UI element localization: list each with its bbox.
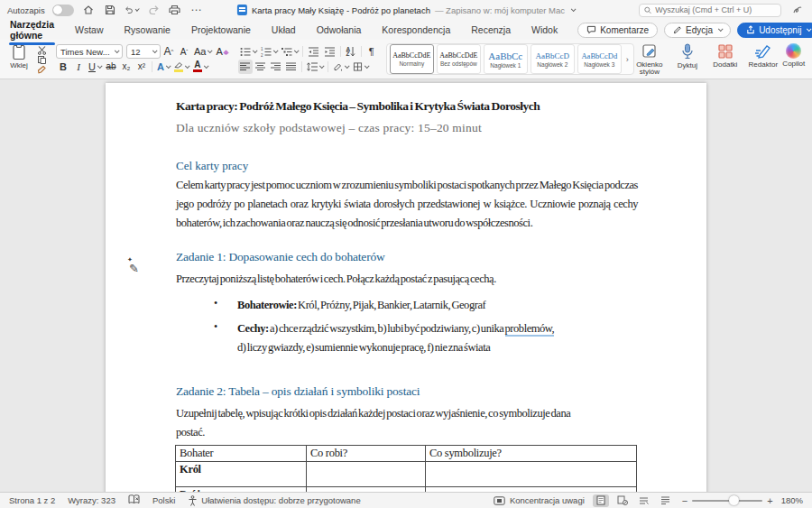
- font-size-select[interactable]: 12: [126, 44, 161, 59]
- superscript-button[interactable]: x²: [134, 60, 149, 74]
- align-left-button[interactable]: [238, 60, 253, 74]
- copilot-button[interactable]: Copilot: [779, 42, 809, 77]
- sort-button[interactable]: AZ: [344, 44, 358, 59]
- paste-button[interactable]: Wklej: [4, 42, 34, 77]
- style-bez-odstepow[interactable]: AaBbCcDdEBez odstępów: [437, 44, 481, 74]
- borders-button[interactable]: [351, 60, 370, 74]
- page-1[interactable]: ✦✎ Karta pracy: Podróż Małego Księcia – …: [106, 83, 706, 492]
- table-header-bohater[interactable]: Bohater: [176, 446, 307, 462]
- print-layout-view-button[interactable]: [593, 494, 609, 507]
- tab-rysowanie[interactable]: Rysowanie: [124, 22, 171, 38]
- bold-button[interactable]: B: [56, 60, 70, 74]
- undo-icon[interactable]: [125, 3, 139, 17]
- table-cell-empty[interactable]: [426, 462, 637, 487]
- font-name-select[interactable]: Times New...: [56, 44, 123, 59]
- bullet-cechy-line2[interactable]: d) liczy gwiazdy, e) sumiennie wykonuje …: [237, 338, 554, 357]
- save-status[interactable]: — Zapisano w: mój komputer Mac: [435, 5, 565, 15]
- table-cell-empty[interactable]: [307, 487, 426, 493]
- tab-narzedzia-glowne[interactable]: Narzędzia główne: [9, 16, 55, 43]
- clear-formatting-icon[interactable]: A: [214, 44, 230, 59]
- scribble-icon[interactable]: [790, 3, 805, 17]
- immersive-reader-view-button[interactable]: [614, 494, 631, 507]
- task1-intro[interactable]: Przeczytaj poniższą listę bohaterów i ce…: [176, 270, 638, 289]
- language-indicator[interactable]: Polski: [152, 495, 175, 505]
- draft-view-button[interactable]: [658, 494, 674, 507]
- more-commands-icon[interactable]: ⋯: [189, 3, 204, 17]
- autosave-toggle[interactable]: [52, 5, 74, 16]
- zoom-level[interactable]: 180%: [781, 495, 803, 505]
- text-effects-button[interactable]: A: [155, 60, 171, 74]
- change-case-icon[interactable]: Aa: [192, 44, 213, 59]
- web-layout-view-button[interactable]: [636, 494, 652, 507]
- bullet-cechy[interactable]: Cechy: a) chce rządzić wszystkim, b) lub…: [237, 319, 554, 357]
- numbering-button[interactable]: 12: [259, 44, 279, 59]
- tab-wstaw[interactable]: Wstaw: [74, 22, 105, 38]
- bullets-button[interactable]: [238, 44, 258, 59]
- print-icon[interactable]: [168, 3, 182, 17]
- accessibility-status[interactable]: Ułatwienia dostępu: dobrze przygotowane: [201, 495, 360, 505]
- styles-pane-button[interactable]: Okienko stylów: [634, 42, 665, 77]
- grow-font-icon[interactable]: A^: [161, 44, 176, 59]
- increase-indent-button[interactable]: [322, 44, 337, 59]
- align-center-button[interactable]: [254, 60, 268, 74]
- section-heading-cel[interactable]: Cel karty pracy: [176, 159, 248, 173]
- editor-button[interactable]: Redaktor: [748, 42, 779, 77]
- strikethrough-button[interactable]: ab: [104, 60, 118, 74]
- copy-icon[interactable]: [34, 55, 49, 65]
- multilevel-list-button[interactable]: [280, 44, 300, 59]
- table-cell-krol[interactable]: Król: [176, 462, 307, 487]
- cut-icon[interactable]: [34, 45, 49, 55]
- tab-widok[interactable]: Widok: [531, 22, 558, 38]
- proofing-icon[interactable]: [128, 494, 140, 506]
- highlight-color-button[interactable]: [172, 60, 190, 74]
- style-normalny[interactable]: AaBbCcDdENormalny: [390, 44, 434, 74]
- tab-odwolania[interactable]: Odwołania: [316, 22, 363, 38]
- focus-mode-button[interactable]: Koncentracja uwagi: [494, 495, 585, 505]
- decrease-indent-button[interactable]: [306, 44, 321, 59]
- table-cell-prozny[interactable]: Próżny: [176, 487, 307, 493]
- comments-button[interactable]: Komentarze: [577, 23, 658, 38]
- tab-korespondencja[interactable]: Korespondencja: [381, 22, 451, 38]
- style-naglowek-1[interactable]: AaBbCcNagłówek 1: [484, 44, 528, 74]
- dictate-button[interactable]: Dyktuj: [672, 42, 703, 77]
- task2-heading[interactable]: Zadanie 2: Tabela – opis działań i symbo…: [176, 384, 420, 399]
- align-right-button[interactable]: [269, 60, 283, 74]
- copilot-margin-pen-icon[interactable]: ✦✎: [129, 262, 139, 276]
- table-header-co-symbolizuje[interactable]: Co symbolizuje?: [426, 446, 637, 462]
- table-cell-empty[interactable]: [307, 462, 426, 487]
- format-painter-icon[interactable]: [34, 65, 49, 75]
- editing-mode-button[interactable]: Edycja: [664, 23, 731, 38]
- line-spacing-button[interactable]: [305, 60, 325, 74]
- save-icon[interactable]: [103, 3, 117, 17]
- italic-button[interactable]: I: [71, 60, 86, 74]
- style-naglowek-2[interactable]: AaBbCcDNagłówek 2: [531, 44, 575, 74]
- zoom-in-icon[interactable]: +: [767, 495, 772, 506]
- page-count[interactable]: Strona 1 z 2: [9, 495, 55, 505]
- justify-button[interactable]: [284, 60, 299, 74]
- zoom-slider[interactable]: − +: [682, 495, 773, 506]
- home-icon[interactable]: [81, 3, 96, 17]
- table-header-co-robi[interactable]: Co robi?: [307, 446, 426, 462]
- underline-button[interactable]: U: [87, 60, 103, 74]
- share-button[interactable]: Udostępnij: [737, 23, 812, 38]
- tab-uklad[interactable]: Układ: [271, 22, 297, 38]
- zoom-slider-knob[interactable]: [729, 495, 739, 505]
- search-input[interactable]: [655, 5, 776, 14]
- font-color-button[interactable]: A: [191, 60, 209, 74]
- save-status-chevron-icon[interactable]: [571, 6, 577, 12]
- word-count[interactable]: Wyrazy: 323: [68, 495, 115, 505]
- shrink-font-icon[interactable]: Aˇ: [177, 44, 191, 59]
- subscript-button[interactable]: x₂: [119, 60, 134, 74]
- shading-button[interactable]: [331, 60, 350, 74]
- style-naglowek-3[interactable]: AaBbCcDdNagłówek 3: [577, 44, 622, 74]
- doc-title[interactable]: Karta pracy: Podróż Małego Księcia – Sym…: [176, 99, 540, 114]
- addins-button[interactable]: Dodatki: [710, 42, 741, 77]
- bullet-bohaterowie[interactable]: Bohaterowie: Król, Próżny, Pijak, Bankie…: [237, 296, 485, 315]
- table-cell-empty[interactable]: [426, 487, 637, 493]
- section-body[interactable]: Celem karty pracy jest pomoc uczniom w z…: [176, 176, 638, 233]
- task1-heading[interactable]: Zadanie 1: Dopasowanie cech do bohaterów: [176, 250, 385, 264]
- styles-gallery-more-icon[interactable]: ›: [624, 55, 631, 64]
- tab-recenzja[interactable]: Recenzja: [470, 22, 512, 38]
- zoom-out-icon[interactable]: −: [682, 495, 687, 506]
- task2-intro[interactable]: Uzupełnij tabelę, wpisując krótki opis d…: [176, 404, 589, 442]
